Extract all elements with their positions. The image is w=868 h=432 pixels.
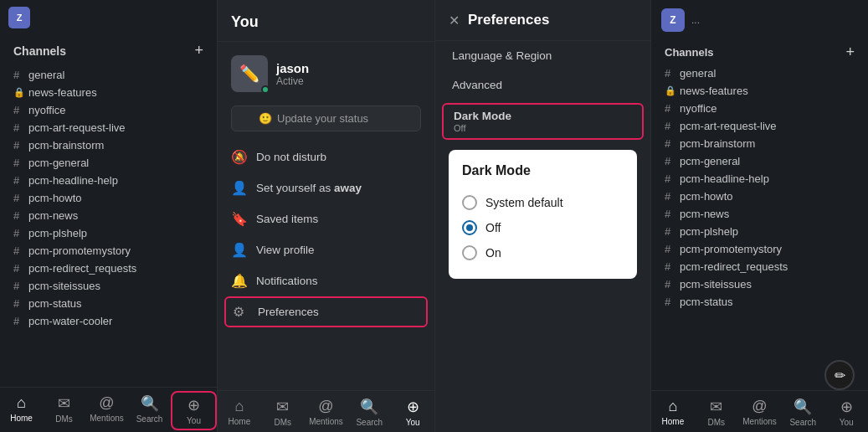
channel-name-right: pcm-art-request-live <box>680 120 777 132</box>
nav-item-you-search[interactable]: 🔍Search <box>347 394 391 430</box>
channel-name: pcm-art-request-live <box>28 121 126 134</box>
compose-button-right[interactable]: ✏ <box>824 360 855 390</box>
status-input[interactable]: 🙂 Update your status <box>231 105 421 131</box>
you-panel: You ✏️ jason Active 🙂 Update your status… <box>218 0 435 432</box>
view-profile-item[interactable]: 👤 View profile <box>218 234 434 265</box>
hash-icon: # <box>13 297 23 310</box>
channel-item-right[interactable]: #pcm-redirect_requests <box>658 258 861 275</box>
nav-item-right-dms[interactable]: ✉DMs <box>695 394 738 430</box>
dms-nav-icon-right: ✉ <box>710 398 722 416</box>
channel-item-right[interactable]: 🔒news-features <box>658 82 861 100</box>
channel-item-left[interactable]: #pcm-status <box>7 295 210 312</box>
saved-items-icon: 🔖 <box>231 211 248 227</box>
radio-system-default[interactable]: System default <box>462 190 624 215</box>
bottom-nav-right: ⌂Home✉DMs@Mentions🔍Search⊕You <box>651 390 868 432</box>
channel-item-left[interactable]: #pcm-siteissues <box>7 277 210 295</box>
channel-item-right[interactable]: #pcm-news <box>658 205 861 223</box>
hash-icon: # <box>13 157 23 169</box>
mentions-nav-icon: @ <box>99 394 114 412</box>
channel-item-right[interactable]: #pcm-promotemystory <box>658 240 861 258</box>
nav-item-you-dms[interactable]: ✉DMs <box>261 394 305 430</box>
set-away-item[interactable]: 👤 Set yourself as away <box>218 172 434 203</box>
radio-label-off: Off <box>485 221 501 234</box>
nav-item-you-mentions[interactable]: @Mentions <box>305 394 348 430</box>
channel-item-right[interactable]: #pcm-headline-help <box>658 170 861 188</box>
close-prefs-button[interactable]: ✕ <box>449 13 460 28</box>
nav-item-right-you[interactable]: ⊕You <box>824 394 868 430</box>
nav-item-left-you[interactable]: ⊕You <box>171 391 217 430</box>
search-nav-icon-right: 🔍 <box>794 398 812 416</box>
dark-mode-item[interactable]: Dark Mode Off <box>442 103 644 140</box>
nav-item-left-mentions[interactable]: @Mentions <box>85 391 128 430</box>
channel-item-right[interactable]: #pcm-howto <box>658 188 861 205</box>
add-channel-button-right[interactable]: + <box>845 44 855 61</box>
nav-item-you-you[interactable]: ⊕You <box>391 394 434 430</box>
language-region-item[interactable]: Language & Region <box>435 41 650 70</box>
hash-icon: # <box>13 209 23 222</box>
radio-off[interactable]: Off <box>462 215 624 240</box>
hash-icon-right: # <box>665 172 675 185</box>
prefs-header: ✕ Preferences <box>435 0 650 41</box>
channel-item-left[interactable]: #pcm-howto <box>7 189 210 207</box>
channel-item-left[interactable]: #general <box>7 66 210 84</box>
right-header: Z ... <box>651 0 868 37</box>
nav-item-left-home[interactable]: ⌂Home <box>0 391 43 430</box>
channel-name-right: pcm-plshelp <box>680 225 738 238</box>
left-logo-area: Z <box>0 0 217 32</box>
set-away-label: Set yourself as away <box>256 182 362 194</box>
channel-item-right[interactable]: #pcm-status <box>658 293 861 311</box>
channel-item-right[interactable]: #pcm-general <box>658 152 861 170</box>
do-not-disturb-label: Do not disturb <box>256 151 326 163</box>
nav-item-left-dms[interactable]: ✉DMs <box>43 391 85 430</box>
channel-item-right[interactable]: #general <box>658 64 861 82</box>
channel-item-right[interactable]: #pcm-siteissues <box>658 275 861 293</box>
nav-label-right: Home <box>662 417 685 426</box>
avatar: ✏️ <box>231 55 268 92</box>
channel-item-right[interactable]: #pcm-brainstorm <box>658 135 861 152</box>
do-not-disturb-item[interactable]: 🔕 Do not disturb <box>218 141 434 172</box>
notifications-item[interactable]: 🔔 Notifications <box>218 265 434 296</box>
preferences-item[interactable]: ⚙ Preferences <box>224 296 428 327</box>
dark-mode-modal-title: Dark Mode <box>462 163 624 178</box>
nav-item-right-mentions[interactable]: @Mentions <box>738 394 782 430</box>
saved-items-item[interactable]: 🔖 Saved items <box>218 203 434 234</box>
channel-item-left[interactable]: #pcm-news <box>7 207 210 224</box>
nav-label: DMs <box>55 414 73 424</box>
nav-label-you: Home <box>229 417 251 426</box>
channel-name: pcm-plshelp <box>28 227 87 239</box>
nav-item-right-home[interactable]: ⌂Home <box>651 394 695 430</box>
add-channel-button-left[interactable]: + <box>194 42 203 59</box>
nav-item-right-search[interactable]: 🔍Search <box>781 394 824 430</box>
notifications-label: Notifications <box>256 275 318 287</box>
channel-item-left[interactable]: #pcm-promotemystory <box>7 242 210 260</box>
zulip-logo-right: Z <box>661 8 685 32</box>
channel-item-left[interactable]: 🔒news-features <box>7 84 210 101</box>
channel-item-left[interactable]: #pcm-redirect_requests <box>7 260 210 277</box>
nav-label-you: Search <box>356 418 383 427</box>
hash-icon-right: # <box>665 260 675 273</box>
channel-item-right[interactable]: #pcm-plshelp <box>658 223 861 240</box>
channel-name-right: general <box>680 67 716 80</box>
channel-item-left[interactable]: #pcm-general <box>7 154 210 172</box>
channel-name: general <box>28 69 64 81</box>
nav-item-left-search[interactable]: 🔍Search <box>128 391 171 430</box>
radio-label-on: On <box>485 246 501 260</box>
channel-item-left[interactable]: #pcm-plshelp <box>7 224 210 242</box>
channel-item-right[interactable]: #nyoffice <box>658 100 861 117</box>
channel-item-left[interactable]: #pcm-brainstorm <box>7 136 210 154</box>
hash-icon: # <box>13 139 23 152</box>
you-profile: ✏️ jason Active <box>218 42 434 105</box>
home-nav-icon-right: ⌂ <box>668 398 677 415</box>
advanced-item[interactable]: Advanced <box>435 70 650 100</box>
channel-item-left[interactable]: #pcm-water-cooler <box>7 312 210 330</box>
mentions-nav-icon-you: @ <box>318 398 333 415</box>
channel-item-right[interactable]: #pcm-art-request-live <box>658 117 861 135</box>
channel-name-right: news-features <box>680 85 748 97</box>
dms-nav-icon-you: ✉ <box>276 398 289 416</box>
radio-on[interactable]: On <box>462 240 624 265</box>
channel-item-left[interactable]: #pcm-art-request-live <box>7 119 210 136</box>
channel-item-left[interactable]: #pcm-headline-help <box>7 172 210 189</box>
channel-item-left[interactable]: #nyoffice <box>7 101 210 119</box>
nav-item-you-home[interactable]: ⌂Home <box>218 394 261 430</box>
channel-name-right: pcm-general <box>680 155 740 167</box>
